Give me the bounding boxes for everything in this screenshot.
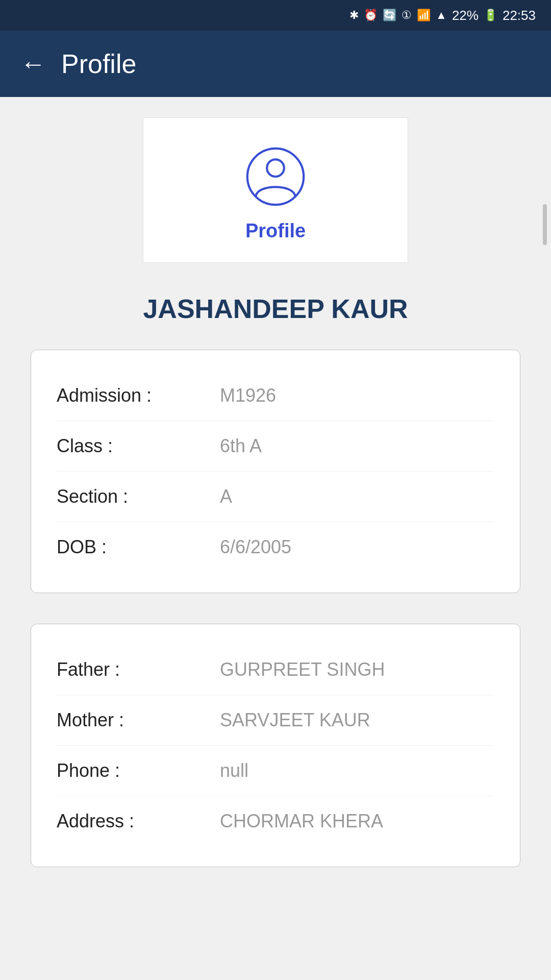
section-value: A <box>220 486 232 507</box>
class-value: 6th A <box>220 435 262 457</box>
admission-row: Admission : M1926 <box>57 371 494 421</box>
admission-label: Admission : <box>57 385 189 406</box>
time-display: 22:53 <box>503 8 536 23</box>
bluetooth-icon: ✱ <box>349 9 359 22</box>
phone-value: null <box>220 760 248 781</box>
address-row: Address : CHORMAR KHERA <box>57 796 494 846</box>
address-value: CHORMAR KHERA <box>220 811 383 832</box>
app-bar-title: Profile <box>61 48 136 79</box>
father-label: Father : <box>57 659 189 680</box>
mother-label: Mother : <box>57 709 189 731</box>
app-bar: ← Profile <box>0 31 551 97</box>
phone-label: Phone : <box>57 760 189 781</box>
class-label: Class : <box>57 435 189 457</box>
svg-point-1 <box>267 159 284 177</box>
phone-row: Phone : null <box>57 746 494 796</box>
data-icon: ▲ <box>436 9 447 22</box>
status-bar: ✱ ⏰ 🔄 ① 📶 ▲ 22% 🔋 22:53 <box>0 0 551 31</box>
dob-label: DOB : <box>57 536 189 558</box>
status-icons: ✱ ⏰ 🔄 ① 📶 ▲ 22% 🔋 22:53 <box>349 8 536 23</box>
alarm-icon: ⏰ <box>364 9 378 22</box>
signal-icon: 📶 <box>417 9 431 22</box>
profile-icon-wrapper <box>242 143 309 210</box>
scrollbar[interactable] <box>543 204 547 245</box>
student-name: JASHANDEEP KAUR <box>143 293 408 324</box>
notification-icon: ① <box>402 9 412 22</box>
section-row: Section : A <box>57 472 494 522</box>
dob-row: DOB : 6/6/2005 <box>57 522 494 572</box>
battery-icon: 🔋 <box>484 9 497 22</box>
back-button[interactable]: ← <box>20 51 46 77</box>
main-content: Profile JASHANDEEP KAUR Admission : M192… <box>0 97 551 918</box>
sync-icon: 🔄 <box>383 9 396 22</box>
admission-value: M1926 <box>220 385 276 406</box>
father-row: Father : GURPREET SINGH <box>57 645 494 695</box>
profile-card-label: Profile <box>245 220 306 242</box>
dob-value: 6/6/2005 <box>220 536 291 558</box>
section-label: Section : <box>57 486 189 507</box>
mother-row: Mother : SARVJEET KAUR <box>57 695 494 746</box>
family-info-card: Father : GURPREET SINGH Mother : SARVJEE… <box>31 624 520 867</box>
father-value: GURPREET SINGH <box>220 659 385 680</box>
battery-text: 22% <box>452 8 479 23</box>
profile-avatar-icon <box>245 146 306 207</box>
address-label: Address : <box>57 811 189 832</box>
personal-info-card: Admission : M1926 Class : 6th A Section … <box>31 350 520 593</box>
class-row: Class : 6th A <box>57 421 494 472</box>
profile-card: Profile <box>143 117 408 263</box>
mother-value: SARVJEET KAUR <box>220 709 370 731</box>
